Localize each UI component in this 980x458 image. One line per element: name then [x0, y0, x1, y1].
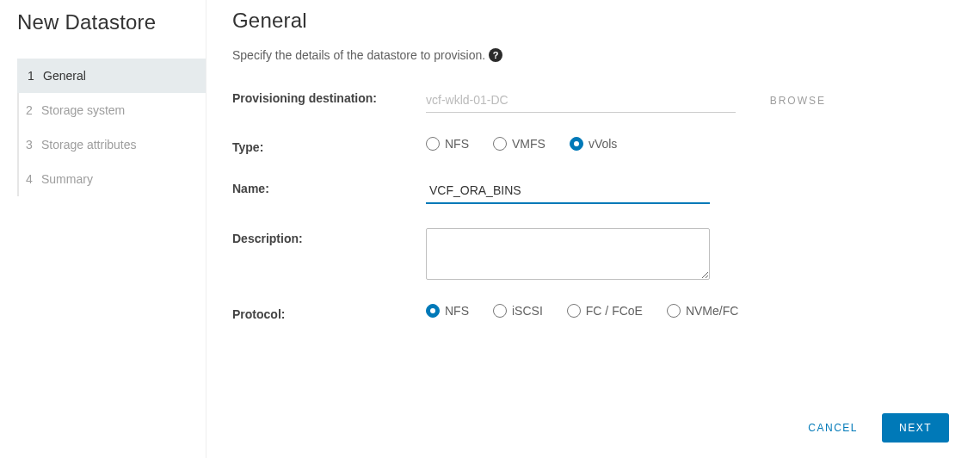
step-storage-system[interactable]: 2 Storage system — [19, 93, 206, 127]
radio-label: vVols — [589, 137, 617, 151]
step-num: 4 — [26, 172, 36, 186]
radio-circle-icon — [426, 137, 440, 151]
row-type: Type: NFS VMFS vVols — [232, 137, 826, 154]
next-button[interactable]: NEXT — [882, 413, 949, 443]
row-destination: Provisioning destination: BROWSE — [232, 88, 826, 113]
label-type: Type: — [232, 137, 426, 154]
destination-input[interactable] — [426, 88, 736, 113]
wizard-title: New Datastore — [17, 10, 206, 34]
radio-circle-icon — [667, 304, 681, 318]
row-description: Description: — [232, 228, 826, 280]
wizard-sidebar: New Datastore 1 General 2 Storage system… — [0, 0, 206, 458]
step-general[interactable]: 1 General — [17, 59, 206, 93]
radio-circle-icon — [567, 304, 581, 318]
radio-type-vvols[interactable]: vVols — [570, 137, 617, 151]
step-num: 3 — [26, 138, 36, 152]
description-textarea[interactable] — [426, 228, 710, 280]
cancel-button[interactable]: CANCEL — [801, 413, 865, 443]
browse-button[interactable]: BROWSE — [770, 95, 826, 107]
step-num: 1 — [28, 69, 38, 83]
label-destination: Provisioning destination: — [232, 88, 426, 105]
radio-circle-icon — [493, 137, 507, 151]
radio-label: VMFS — [512, 137, 545, 151]
page-title: General — [232, 9, 954, 33]
radio-protocol-iscsi[interactable]: iSCSI — [493, 304, 543, 318]
step-label: Storage attributes — [41, 138, 137, 152]
row-name: Name: — [232, 178, 826, 204]
radio-label: NVMe/FC — [686, 304, 738, 318]
page-subtitle-row: Specify the details of the datastore to … — [232, 48, 954, 62]
name-input[interactable] — [426, 178, 710, 204]
radio-type-nfs[interactable]: NFS — [426, 137, 469, 151]
radio-label: iSCSI — [512, 304, 543, 318]
label-description: Description: — [232, 228, 426, 245]
radio-protocol-nfs[interactable]: NFS — [426, 304, 469, 318]
radio-circle-icon — [570, 137, 583, 151]
main-panel: General Specify the details of the datas… — [206, 0, 980, 458]
radio-label: FC / FCoE — [586, 304, 643, 318]
radio-label: NFS — [445, 137, 469, 151]
help-icon[interactable]: ? — [489, 48, 502, 62]
row-protocol: Protocol: NFS iSCSI FC / FCoE NVMe/FC — [232, 304, 826, 321]
label-protocol: Protocol: — [232, 304, 426, 321]
step-label: General — [43, 69, 86, 83]
general-form: Provisioning destination: BROWSE Type: N… — [232, 88, 826, 321]
footer: CANCEL NEXT — [232, 398, 954, 458]
page-subtitle: Specify the details of the datastore to … — [232, 48, 485, 62]
radio-circle-icon — [426, 304, 440, 318]
step-list: 1 General 2 Storage system 3 Storage att… — [17, 59, 206, 196]
step-num: 2 — [26, 103, 36, 117]
radio-protocol-nvmefc[interactable]: NVMe/FC — [667, 304, 738, 318]
label-name: Name: — [232, 178, 426, 195]
step-summary[interactable]: 4 Summary — [19, 162, 206, 196]
radio-label: NFS — [445, 304, 469, 318]
radio-circle-icon — [493, 304, 507, 318]
step-storage-attributes[interactable]: 3 Storage attributes — [19, 127, 206, 162]
radio-type-vmfs[interactable]: VMFS — [493, 137, 545, 151]
step-label: Storage system — [41, 103, 125, 117]
step-label: Summary — [41, 172, 93, 186]
radio-protocol-fcfcoe[interactable]: FC / FCoE — [567, 304, 643, 318]
